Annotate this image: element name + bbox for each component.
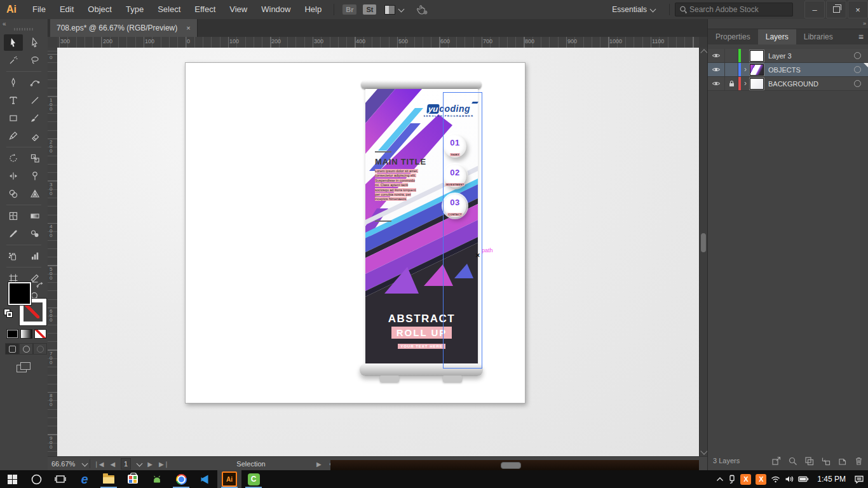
bridge-button[interactable]: Br [342, 4, 356, 15]
visibility-toggle[interactable] [708, 77, 725, 90]
last-artboard-button[interactable]: ▶❘ [159, 461, 169, 468]
tab-libraries[interactable]: Libraries [796, 29, 841, 44]
default-fill-stroke-icon[interactable] [4, 309, 12, 317]
battery-icon[interactable] [798, 476, 809, 482]
document-tab[interactable]: 708.eps* @ 66.67% (RGB/Preview) × [50, 19, 198, 37]
canvas-area[interactable]: yu coding SEKOLAH PROGRAMMER 01 THIRT 02… [57, 48, 699, 456]
width-tool[interactable] [4, 168, 23, 184]
shaper-tool[interactable] [4, 128, 23, 144]
scroll-up-icon[interactable] [700, 49, 707, 56]
menu-select[interactable]: Select [151, 0, 187, 19]
file-explorer-button[interactable] [97, 470, 121, 488]
illustrator-taskbar-button[interactable]: Ai [217, 470, 241, 488]
app-icon-ai[interactable]: Ai [6, 4, 17, 15]
microsoft-store-button[interactable] [121, 470, 145, 488]
target-circle-icon[interactable] [854, 66, 861, 73]
puppet-warp-tool[interactable] [25, 168, 44, 184]
edge-button[interactable]: e [72, 470, 97, 488]
layer-name[interactable]: Layer 3 [768, 52, 854, 60]
draw-normal-button[interactable] [5, 343, 19, 355]
selection-tool[interactable] [4, 34, 23, 51]
wifi-icon[interactable] [771, 476, 780, 483]
none-button[interactable] [34, 329, 46, 339]
task-view-button[interactable] [48, 470, 72, 488]
menu-edit[interactable]: Edit [53, 0, 81, 19]
eyedropper-tool[interactable] [4, 226, 23, 242]
draw-inside-button[interactable] [33, 343, 47, 355]
paintbrush-tool[interactable] [25, 110, 44, 126]
ruler-origin-corner[interactable] [48, 37, 58, 48]
xampp-icon[interactable]: X [756, 474, 766, 485]
visibility-toggle[interactable] [708, 49, 725, 62]
shape-builder-tool[interactable] [4, 186, 23, 202]
lock-toggle[interactable] [725, 63, 738, 76]
collapse-panel-icon[interactable]: « [3, 20, 5, 27]
workspace-switcher[interactable]: Essentials [612, 5, 658, 14]
vertical-scrollbar[interactable] [699, 48, 708, 456]
arrange-documents-button[interactable] [384, 5, 406, 15]
rectangle-tool[interactable] [4, 110, 23, 126]
curvature-tool[interactable] [25, 74, 44, 91]
gradient-tool[interactable] [25, 208, 44, 224]
scroll-down-icon[interactable] [700, 447, 707, 454]
tab-layers[interactable]: Layers [758, 29, 796, 44]
selected-path-outline[interactable] [443, 92, 482, 369]
direct-selection-tool[interactable] [25, 34, 44, 51]
target-circle-icon[interactable] [854, 80, 861, 87]
layer-name[interactable]: BACKGROUND [768, 80, 854, 88]
collapse-dock-icon[interactable]: » [708, 19, 868, 29]
visibility-toggle[interactable] [708, 63, 725, 76]
vertical-ruler[interactable]: 0 100 200 300 400 500 600 700 800 900 [48, 48, 58, 456]
collect-for-export-icon[interactable] [771, 456, 781, 466]
vertical-scroll-thumb[interactable] [701, 233, 706, 252]
color-button[interactable] [6, 329, 18, 339]
layer-row-background[interactable]: › BACKGROUND [708, 77, 868, 91]
eraser-tool[interactable] [25, 128, 44, 144]
restore-button[interactable] [826, 1, 846, 18]
type-tool[interactable] [4, 92, 23, 109]
blend-tool[interactable] [25, 226, 44, 242]
stock-button[interactable]: St [363, 4, 376, 15]
horizontal-ruler[interactable]: 300 200 100 0 100 200 300 400 500 600 70… [57, 37, 699, 48]
tab-properties[interactable]: Properties [708, 29, 758, 44]
layer-row-layer3[interactable]: Layer 3 [708, 49, 868, 63]
lock-toggle[interactable] [725, 49, 738, 62]
camtasia-button[interactable]: C [241, 470, 266, 488]
layer-name[interactable]: OBJECTS [768, 66, 854, 74]
touch-workspace-icon[interactable] [416, 4, 428, 15]
menu-view[interactable]: View [222, 0, 254, 19]
volume-icon[interactable] [785, 475, 794, 483]
artboard-navigation[interactable]: 1 [121, 458, 131, 470]
layer-row-objects[interactable]: › OBJECTS [708, 63, 868, 77]
layer-thumbnail[interactable] [750, 78, 764, 90]
pen-tool[interactable] [4, 74, 23, 91]
menu-file[interactable]: File [25, 0, 53, 19]
action-center-icon[interactable] [854, 475, 864, 484]
show-hidden-icons-chevron[interactable] [716, 477, 724, 482]
new-layer-icon[interactable] [837, 456, 847, 466]
swap-fill-stroke-icon[interactable] [36, 281, 44, 290]
expand-arrow-icon[interactable]: › [741, 77, 750, 90]
adobe-stock-search[interactable] [675, 3, 793, 17]
minimize-button[interactable]: – [804, 1, 825, 18]
layer-thumbnail[interactable] [750, 64, 764, 76]
mesh-tool[interactable] [4, 208, 23, 224]
target-circle-icon[interactable] [854, 52, 861, 59]
usb-device-icon[interactable] [728, 475, 736, 484]
lasso-tool[interactable] [25, 52, 44, 69]
column-graph-tool[interactable] [25, 248, 44, 264]
screen-mode-button[interactable] [17, 362, 29, 372]
menu-type[interactable]: Type [119, 0, 151, 19]
draw-behind-button[interactable] [19, 343, 33, 355]
android-emulator-button[interactable] [145, 470, 169, 488]
first-artboard-button[interactable]: ❘◀ [93, 461, 104, 468]
panel-grip[interactable] [14, 28, 33, 30]
menu-object[interactable]: Object [81, 0, 119, 19]
expand-arrow-icon[interactable]: › [741, 63, 750, 76]
symbol-sprayer-tool[interactable] [4, 248, 23, 264]
magic-wand-tool[interactable] [4, 52, 23, 69]
stock-search-input[interactable] [688, 4, 773, 15]
previous-artboard-button[interactable]: ◀ [110, 461, 115, 468]
artboard-dropdown-icon[interactable] [137, 460, 143, 466]
status-play-icon[interactable]: ▶ [316, 461, 322, 468]
